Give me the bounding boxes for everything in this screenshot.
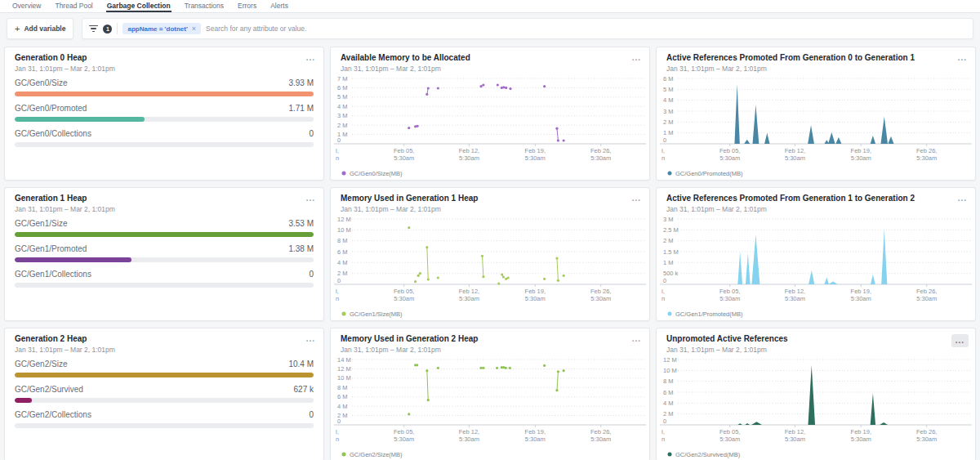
metric-track — [15, 373, 314, 377]
data-point — [437, 367, 439, 369]
y-tick-label: 2.5 M — [663, 226, 679, 234]
chart-canvas: 02 M4 M6 M8 M10 M12 MFeb 05,5:30amFeb 12… — [657, 355, 975, 460]
plus-icon: + — [15, 25, 20, 33]
panel-time-range: Jan 31, 1:01pm – Mar 2, 1:01pm — [341, 65, 470, 74]
x-tick-label-clipped: n — [336, 154, 339, 162]
y-tick-label: 1.5 M — [663, 248, 679, 256]
y-tick-label: 0 — [663, 136, 666, 144]
x-tick-label: 5:30am — [459, 295, 479, 302]
data-point — [419, 272, 421, 275]
x-tick-label: 5:30am — [916, 154, 937, 162]
y-tick-label: 6 M — [337, 84, 348, 92]
metric-fill — [15, 232, 314, 237]
metric-fill — [15, 117, 145, 122]
y-tick-label: 3 M — [663, 108, 674, 115]
x-tick-label-clipped: l, — [336, 288, 339, 295]
legend-label: GC/Gen1/Promoted(MB) — [675, 310, 743, 318]
x-tick-label: Feb 26, — [916, 288, 937, 295]
filter-chip-label: appName = 'dotnet' — [127, 25, 187, 33]
x-tick-label: Feb 05, — [394, 288, 414, 295]
data-point — [509, 367, 511, 369]
metric-fill — [15, 257, 131, 262]
search-bar[interactable]: 1 appName = 'dotnet' × — [82, 18, 973, 39]
area-series — [678, 229, 969, 284]
panel-menu-button[interactable]: ... — [630, 334, 643, 344]
metric-row: GC/Gen0/Collections0 — [15, 129, 314, 147]
y-tick-label: 8 M — [337, 384, 348, 391]
add-variable-button[interactable]: + Add variable — [7, 18, 74, 39]
panel-time-range: Jan 31, 1:01pm – Mar 2, 1:01pm — [341, 205, 478, 214]
legend-dot — [668, 312, 672, 316]
metric-row: GC/Gen1/Promoted1.38 M — [15, 244, 314, 262]
tab-thread-pool[interactable]: Thread Pool — [54, 0, 93, 12]
x-tick-label: Feb 05, — [719, 428, 740, 435]
y-tick-label: 3 M — [663, 216, 674, 223]
panel-unpromoted-references: Unpromoted Active References Jan 31, 1:0… — [656, 328, 976, 460]
data-line — [427, 248, 428, 279]
metric-fill — [15, 373, 314, 377]
chip-remove-icon[interactable]: × — [192, 25, 196, 32]
panel-gen1-promoted: Active References Promoted From Generati… — [656, 187, 976, 321]
tab-alerts[interactable]: Alerts — [270, 0, 289, 12]
data-point — [507, 276, 510, 279]
data-point — [557, 370, 559, 373]
filter-chip[interactable]: appName = 'dotnet' × — [122, 23, 201, 34]
filter-icon[interactable] — [89, 24, 98, 34]
x-tick-label: Feb 05, — [719, 147, 740, 154]
panel-menu-button[interactable]: ... — [956, 194, 969, 203]
y-tick-label: 4 M — [337, 403, 348, 410]
tab-overview[interactable]: Overview — [11, 0, 42, 12]
metric-track — [15, 117, 314, 122]
y-tick-label: 4 M — [663, 400, 674, 407]
legend-label: GC/Gen2/Size(MB) — [350, 451, 403, 458]
panel-title: Generation 2 Heap — [15, 334, 115, 344]
x-tick-label: 5:30am — [525, 435, 546, 443]
x-tick-label: 5:30am — [459, 435, 479, 443]
metric-fill — [15, 398, 32, 403]
x-tick-label: Feb 12, — [785, 147, 805, 154]
metric-row: GC/Gen2/Collections0 — [15, 410, 314, 428]
panel-time-range: Jan 31, 1:01pm – Mar 2, 1:01pm — [666, 205, 915, 214]
y-tick-label: 6 M — [663, 75, 674, 83]
panel-title: Memory Used in Generation 2 Heap — [341, 334, 478, 344]
data-point — [563, 369, 565, 372]
panel-menu-button[interactable]: ... — [630, 53, 643, 63]
panel-menu-button[interactable]: ... — [630, 194, 643, 203]
metric-fill — [15, 92, 314, 96]
panel-menu-button[interactable]: ... — [305, 194, 317, 203]
x-tick-label: 5:30am — [785, 154, 805, 162]
panel-menu-button[interactable]: ... — [951, 334, 969, 347]
metric-value: 1.71 M — [288, 104, 314, 113]
panel-menu-button[interactable]: ... — [305, 53, 317, 63]
chart-canvas: 01 M2 M3 M4 M5 M6 MFeb 05,5:30amFeb 12,5… — [657, 74, 975, 181]
data-point — [437, 87, 439, 89]
x-tick-label: Feb 05, — [394, 147, 414, 154]
y-tick-label: 6 M — [337, 393, 348, 400]
x-tick-label: 5:30am — [851, 154, 871, 162]
y-tick-label: 10 M — [663, 367, 677, 374]
panel-menu-button[interactable]: ... — [305, 334, 317, 344]
x-tick-label-clipped: n — [336, 435, 339, 443]
x-tick-label-clipped: l, — [336, 147, 339, 154]
legend-label: GC/Gen2/Survived(MB) — [675, 451, 741, 458]
x-tick-label: 5:30am — [525, 154, 546, 162]
metric-value: 3.93 M — [288, 78, 314, 87]
tab-garbage-collection[interactable]: Garbage Collection — [106, 0, 172, 12]
metric-value: 0 — [309, 410, 314, 419]
data-point — [427, 399, 430, 401]
search-input[interactable] — [206, 25, 966, 33]
y-tick-label: 8 M — [663, 377, 674, 385]
y-tick-label: 10 M — [337, 374, 351, 382]
x-tick-label: 5:30am — [916, 295, 937, 302]
tab-transactions[interactable]: Transactions — [184, 0, 225, 12]
panel-title: Active References Promoted From Generati… — [666, 194, 915, 203]
data-point — [482, 83, 484, 86]
x-tick-label: 5:30am — [851, 435, 871, 443]
data-point — [555, 257, 558, 259]
y-tick-label: 2 M — [337, 412, 348, 419]
legend-dot — [668, 453, 672, 457]
tab-errors[interactable]: Errors — [237, 0, 257, 12]
metric-label: GC/Gen2/Size — [15, 360, 67, 368]
panel-menu-button[interactable]: ... — [956, 53, 969, 63]
panel-time-range: Jan 31, 1:01pm – Mar 2, 1:01pm — [15, 65, 115, 74]
